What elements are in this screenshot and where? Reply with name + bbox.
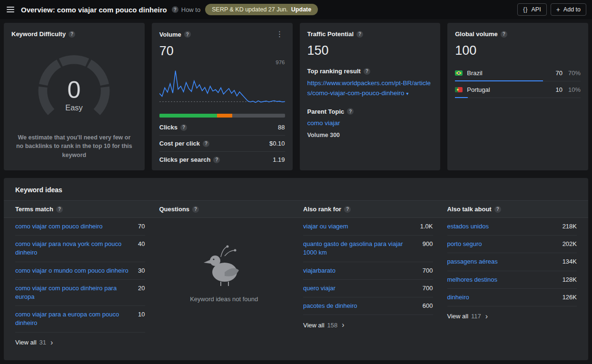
keyword-row: melhores destinos 128K — [447, 271, 577, 289]
more-options-icon[interactable]: ⋮ — [275, 30, 285, 38]
terms-match-view-all[interactable]: View all 31 › — [15, 333, 145, 353]
keyword-link[interactable]: como viajar com pouco dinheiro — [15, 222, 103, 231]
api-button[interactable]: {} API — [517, 3, 547, 16]
keyword-ideas-header-row: Terms match? Questions? Also rank for? A… — [4, 200, 588, 218]
keyword-row: pacotes de dinheiro 600 — [303, 297, 433, 315]
add-to-button[interactable]: + Add to — [551, 3, 586, 16]
sparkline-max-label: 976 — [159, 59, 285, 66]
keyword-volume: 1.0K — [420, 222, 433, 231]
terms-match-help-icon[interactable]: ? — [56, 206, 63, 213]
chevron-right-icon: › — [342, 321, 344, 329]
traffic-potential-help-icon[interactable]: ? — [356, 31, 363, 38]
parent-topic-help-icon[interactable]: ? — [347, 108, 354, 115]
global-volume-card: Global volume ? 100 Brazil 70 70% — [447, 23, 588, 170]
traffic-potential-card: Traffic Potential ? 150 Top ranking resu… — [300, 23, 441, 170]
clicks-help-icon[interactable]: ? — [180, 124, 187, 131]
volume-help-icon[interactable]: ? — [184, 31, 191, 38]
also-talk-about-header: Also talk about — [447, 206, 492, 213]
also-rank-for-view-all[interactable]: View all 158 › — [303, 315, 433, 335]
also-rank-for-column: viajar ou viagem 1.0K quanto gasto de ga… — [303, 218, 433, 353]
global-volume-help-icon[interactable]: ? — [501, 31, 507, 38]
how-to-link[interactable]: How to — [181, 6, 200, 13]
keyword-link[interactable]: melhores destinos — [447, 275, 498, 284]
cost-per-click-label: Cost per click — [159, 140, 200, 147]
difficulty-description: We estimate that you'll need very few or… — [11, 133, 137, 160]
keyword-link[interactable]: quanto gasto de gasolina para viajar 100… — [303, 240, 417, 257]
keyword-link[interactable]: porto seguro — [447, 240, 482, 248]
difficulty-rating: Easy — [66, 103, 83, 112]
country-share-bar — [455, 97, 467, 98]
keyword-ideas-body: como viajar com pouco dinheiro 70 como v… — [4, 218, 588, 353]
topbar: Overview: como viajar com pouco dinheiro… — [0, 0, 592, 19]
keyword-link[interactable]: como viajar o mundo com pouco dinheiro — [15, 266, 128, 275]
keyword-link[interactable]: passagens aéreas — [447, 257, 498, 266]
keyword-ideas-title: Keyword ideas — [4, 178, 588, 200]
volume-value: 70 — [159, 44, 285, 59]
keyword-volume: 700 — [423, 266, 433, 275]
keyword-link[interactable]: como viajar com pouco dinheiro para euro… — [15, 284, 132, 301]
clicks-per-search-help-icon[interactable]: ? — [213, 157, 220, 163]
keyword-row: viajarbarato 700 — [303, 262, 433, 280]
also-rank-for-help-icon[interactable]: ? — [344, 206, 351, 213]
clicks-label: Clicks — [159, 124, 178, 131]
hamburger-menu-icon[interactable] — [6, 6, 15, 13]
keyword-difficulty-card: Keyword Difficulty ? 0 Easy We estimate … — [4, 23, 145, 170]
keyword-link[interactable]: como viajar para a europa com pouco dinh… — [15, 310, 132, 327]
how-to-help-icon[interactable]: ? — [172, 6, 178, 13]
questions-column: Keyword ideas not found — [159, 218, 289, 353]
country-row-portugal: Portugal 10 10% — [455, 81, 581, 98]
country-volume: 70 — [550, 69, 562, 77]
keyword-link[interactable]: estados unidos — [447, 222, 489, 231]
volume-card: Volume ? ⋮ 70 976 Clicks? 88 — [152, 23, 293, 170]
serp-update-badge: SERP & KD updated 27 Jun. Update — [205, 4, 318, 15]
country-row-brazil: Brazil 70 70% — [455, 65, 581, 81]
cost-per-click-help-icon[interactable]: ? — [203, 140, 209, 147]
top-ranking-result-link[interactable]: https://www.worldpackers.com/pt-BR/artic… — [307, 79, 433, 98]
also-talk-about-help-icon[interactable]: ? — [494, 206, 501, 213]
keyword-volume: 128K — [562, 275, 577, 284]
terms-match-header: Terms match — [15, 206, 53, 213]
keyword-link[interactable]: pacotes de dinheiro — [303, 302, 357, 310]
braces-icon: {} — [523, 6, 528, 13]
clicks-row: Clicks? 88 — [159, 119, 285, 135]
keyword-row: quero viajar 700 — [303, 280, 433, 297]
clicks-bar-green-segment — [159, 114, 217, 118]
questions-help-icon[interactable]: ? — [192, 206, 199, 213]
keyword-volume: 20 — [138, 284, 145, 301]
top-ranking-result-help-icon[interactable]: ? — [364, 68, 370, 75]
keyword-row: como viajar com pouco dinheiro para euro… — [15, 280, 145, 306]
traffic-potential-value: 150 — [307, 43, 433, 58]
cost-per-click-row: Cost per click? $0.10 — [159, 135, 285, 151]
keyword-difficulty-help-icon[interactable]: ? — [69, 31, 75, 38]
keyword-row: como viajar para nova york com pouco din… — [15, 236, 145, 262]
update-link[interactable]: Update — [291, 6, 311, 13]
country-percent: 10% — [562, 86, 581, 93]
volume-sparkline — [159, 67, 285, 109]
keyword-row: como viajar o mundo com pouco dinheiro 3… — [15, 262, 145, 280]
keyword-link[interactable]: quero viajar — [303, 284, 335, 293]
difficulty-value: 0 — [68, 76, 81, 103]
keyword-link[interactable]: viajarbarato — [303, 266, 335, 275]
keyword-link[interactable]: como viajar para nova york com pouco din… — [15, 240, 132, 257]
keyword-row: como viajar com pouco dinheiro 70 — [15, 218, 145, 236]
parent-topic-link[interactable]: como viajar — [307, 119, 340, 127]
global-volume-title: Global volume — [455, 30, 498, 38]
keyword-row: passagens aéreas 134K — [447, 253, 577, 271]
volume-metrics: Clicks? 88 Cost per click? $0.10 Clicks … — [159, 119, 285, 167]
country-name: Brazil — [467, 69, 483, 77]
chevron-down-icon: ▾ — [406, 91, 409, 96]
country-volume-list: Brazil 70 70% Portugal 10 10% — [455, 65, 581, 98]
also-talk-about-view-all[interactable]: View all 117 › — [447, 306, 577, 326]
main-content: Keyword Difficulty ? 0 Easy We estimate … — [0, 19, 592, 360]
also-talk-about-column: estados unidos 218K porto seguro 202K pa… — [447, 218, 577, 353]
metric-cards-row: Keyword Difficulty ? 0 Easy We estimate … — [4, 23, 588, 170]
parent-topic-volume: Volume 300 — [307, 132, 433, 138]
empty-state-illustration — [193, 243, 255, 288]
keyword-link[interactable]: viajar ou viagem — [303, 222, 348, 231]
portugal-flag-icon — [455, 87, 463, 92]
keyword-ideas-card: Keyword ideas Terms match? Questions? Al… — [4, 178, 588, 360]
keyword-row: como viajar para a europa com pouco dinh… — [15, 306, 145, 332]
page-title: Overview: como viajar com pouco dinheiro — [21, 6, 167, 14]
parent-topic-label: Parent Topic — [307, 108, 345, 115]
keyword-link[interactable]: dinheiro — [447, 293, 469, 302]
